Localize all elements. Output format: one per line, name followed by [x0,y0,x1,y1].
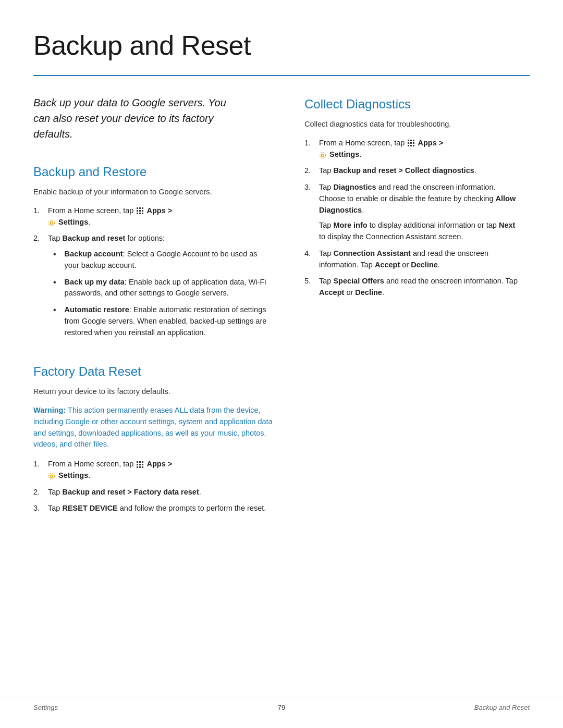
factory-step-2-content: Tap Backup and reset > Factory data rese… [48,487,273,498]
settings-label: Settings [58,218,88,226]
factory-reset-warning: Warning: This action permanently erases … [33,405,273,450]
diag-sub-note: Tap More info to display additional info… [319,220,523,243]
step-2-content: Tap Backup and reset for options: Backup… [48,233,273,343]
intro-text: Back up your data to Google servers. You… [33,95,242,142]
connection-assistant-bold: Connection Assistant [333,249,411,257]
svg-point-5 [320,152,326,158]
allow-diagnostics-bold: Allow Diagnostics [319,194,516,214]
backup-restore-description: Enable backup of your information to Goo… [33,187,273,198]
diag-step-4-content: Tap Connection Assistant and read the on… [319,248,523,271]
backup-reset-bold: Backup and reset [62,234,125,242]
diagnostics-bold: Diagnostics [333,183,376,191]
next-bold: Next [499,221,515,229]
diag-step-3: Tap Diagnostics and read the onscreen in… [304,182,523,243]
svg-point-0 [51,221,53,224]
factory-reset-section: Factory Data Reset Return your device to… [33,362,273,514]
bullet-content: Automatic restore: Enable automatic rest… [65,304,273,338]
decline-bold-2: Decline [355,288,382,297]
decline-bold-1: Decline [411,261,438,269]
apps-icon [137,207,143,214]
backup-restore-title: Backup and Restore [33,163,273,181]
diag-step-1-content: From a Home screen, tap Apps > [319,138,523,161]
svg-point-3 [49,473,55,479]
accept-bold-2: Accept [319,288,344,297]
diag-step-2: Tap Backup and reset > Collect diagnosti… [304,165,523,177]
step-1-content: From a Home screen, tap Apps > [48,205,273,228]
left-column: Back up your data to Google servers. You… [33,95,273,530]
apps-icon-diag [408,140,414,146]
right-column: Collect Diagnostics Collect diagnostics … [304,95,523,530]
collect-diagnostics-description: Collect diagnostics data for troubleshoo… [304,119,523,130]
apps-icon-factory [137,461,143,468]
svg-point-2 [51,475,53,477]
footer-page-number: 79 [278,702,285,713]
bullet-backup-data: Back up my data: Enable back up of appli… [53,277,273,300]
factory-reset-title: Factory Data Reset [33,362,273,381]
svg-point-1 [49,220,55,226]
apps-label: Apps > [146,206,172,215]
settings-label-factory: Settings [58,471,88,479]
bullet-auto-restore: Automatic restore: Enable automatic rest… [53,304,273,338]
svg-point-4 [322,154,324,156]
settings-icon [48,219,55,226]
diag-step-4: Tap Connection Assistant and read the on… [304,248,523,271]
settings-label-diag: Settings [329,150,359,158]
factory-step-1-content: From a Home screen, tap Apps > [48,459,273,482]
special-offers-bold: Special Offers [333,277,384,285]
collect-diagnostics-title: Collect Diagnostics [304,95,523,114]
bullet-content: Back up my data: Enable back up of appli… [65,277,273,300]
diag-step-2-content: Tap Backup and reset > Collect diagnosti… [319,165,523,177]
more-info-bold: More info [333,221,367,229]
reset-device-bold: RESET DEVICE [62,504,117,512]
collect-diagnostics-section: Collect Diagnostics Collect diagnostics … [304,95,523,299]
warning-body: This action permanently erases ALL data … [33,406,273,448]
diag-step-5-content: Tap Special Offers and read the onscreen… [319,276,523,299]
factory-step-3-content: Tap RESET DEVICE and follow the prompts … [48,503,273,514]
diag-step-3-content: Tap Diagnostics and read the onscreen in… [319,182,523,243]
settings-icon-diag [319,151,326,158]
page-container: Backup and Reset Back up your data to Go… [0,0,563,572]
page-title: Backup and Reset [33,25,530,66]
diag-step-1: From a Home screen, tap Apps > [304,138,523,161]
backup-restore-steps: From a Home screen, tap Apps > [33,205,273,344]
collect-diagnostics-steps: From a Home screen, tap Apps > [304,138,523,299]
backup-collect-bold: Backup and reset > Collect diagnostics [333,166,474,175]
backup-bullet-list: Backup account: Select a Google Account … [53,249,273,338]
apps-label-diag: Apps > [418,139,443,147]
factory-step-3: Tap RESET DEVICE and follow the prompts … [33,503,273,514]
factory-reset-bold: Backup and reset > Factory data reset [62,488,199,496]
factory-step-2: Tap Backup and reset > Factory data rese… [33,487,273,498]
two-column-layout: Back up your data to Google servers. You… [33,95,530,530]
factory-step-1: From a Home screen, tap Apps > [33,459,273,482]
factory-reset-steps: From a Home screen, tap Apps > [33,459,273,514]
warning-bold: Warning: [33,406,66,414]
accept-bold-1: Accept [375,261,400,269]
title-divider [33,75,530,76]
apps-label-factory: Apps > [146,460,172,468]
backup-restore-section: Backup and Restore Enable backup of your… [33,163,273,343]
bullet-backup-account: Backup account: Select a Google Account … [53,249,273,272]
backup-restore-step-1: From a Home screen, tap Apps > [33,205,273,228]
settings-icon-factory [48,472,55,479]
factory-reset-description: Return your device to its factory defaul… [33,386,273,398]
backup-restore-step-2: Tap Backup and reset for options: Backup… [33,233,273,343]
page-footer: Settings 79 Backup and Reset [0,697,563,713]
diag-step-5: Tap Special Offers and read the onscreen… [304,276,523,299]
bullet-content: Backup account: Select a Google Account … [65,249,273,272]
footer-right: Backup and Reset [474,702,530,713]
footer-left: Settings [33,702,58,713]
